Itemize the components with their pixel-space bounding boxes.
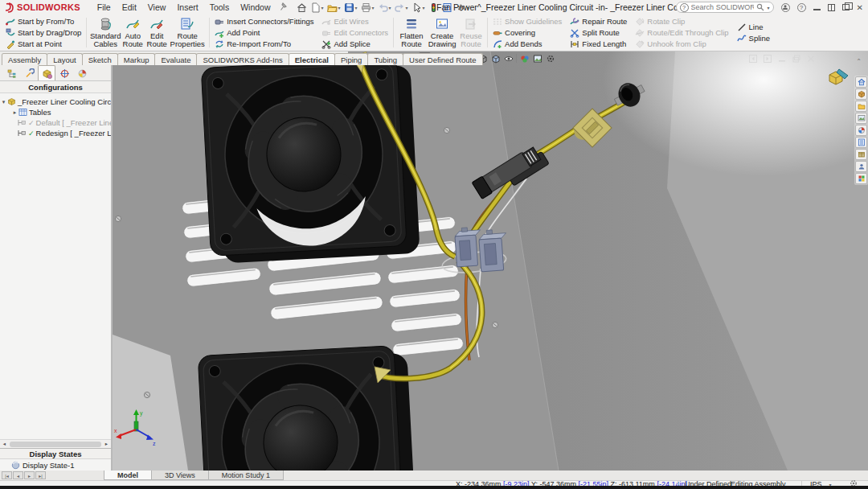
tab-tubing[interactable]: Tubing — [367, 53, 403, 65]
add-splice-button[interactable]: Add Splice — [320, 39, 390, 50]
fan-upper[interactable] — [201, 57, 420, 264]
add-point-button[interactable]: Add Point — [213, 27, 315, 39]
appearances-scenes-tab[interactable] — [855, 125, 867, 136]
model-tab[interactable]: Model — [104, 471, 152, 480]
collapse-arrow-icon[interactable]: ▸ — [11, 109, 18, 116]
expand-arrow-icon[interactable]: ▾ — [0, 99, 7, 105]
add-bends-button[interactable]: Add Bends — [491, 39, 563, 50]
covering-button[interactable]: Covering — [491, 27, 563, 39]
tab-electrical[interactable]: Electrical — [289, 53, 335, 65]
search-caret[interactable]: ▾ — [768, 5, 770, 10]
forum-tab[interactable] — [855, 161, 867, 172]
route-properties-button[interactable]: Route Properties — [169, 15, 206, 51]
displaymanager-tab[interactable] — [73, 65, 91, 80]
display-style-button[interactable] — [489, 52, 502, 64]
repair-route-button[interactable]: Repair Route — [568, 16, 628, 27]
insert-connectors-button[interactable]: Insert Connectors/Fittings — [213, 16, 315, 27]
propertymanager-tab[interactable] — [20, 65, 38, 80]
dropdown-caret[interactable]: ▾ — [372, 5, 375, 10]
spline-button[interactable]: Spline — [735, 33, 772, 44]
edit-appearance-button[interactable] — [518, 52, 530, 64]
edit-assembly-corner-icon[interactable] — [826, 68, 850, 90]
first-tab-button[interactable]: |◂ — [2, 471, 12, 479]
open-button[interactable]: ▾ — [326, 1, 342, 14]
scroll-left-icon[interactable]: ◂ — [0, 440, 9, 449]
auto-route-button[interactable]: Auto Route — [121, 15, 145, 51]
home-button[interactable] — [296, 1, 308, 14]
tab-sketch[interactable]: Sketch — [82, 53, 118, 65]
tab-piping[interactable]: Piping — [334, 53, 368, 65]
prev-tab-button[interactable]: ◂ — [13, 471, 23, 479]
graphics-area[interactable]: x y z — [113, 51, 868, 471]
3d-views-tab[interactable]: 3D Views — [151, 471, 209, 480]
show-guidelines-button[interactable]: Show Guidelines — [491, 16, 563, 27]
menu-window[interactable]: Window — [235, 1, 276, 14]
save-button[interactable]: ▾ — [343, 1, 358, 14]
featuremanager-tab[interactable] — [2, 65, 20, 80]
close-button[interactable]: ✕ — [857, 3, 863, 12]
edit-connectors-button[interactable]: Edit Connectors — [320, 27, 390, 39]
route-edit-through-clip-button[interactable]: Route/Edit Through Clip — [633, 27, 730, 39]
tab-layout[interactable]: Layout — [47, 53, 83, 65]
viewport-layout-button[interactable] — [828, 4, 835, 11]
collapse-ribbon-icon[interactable]: ⌃ — [856, 58, 862, 65]
scroll-right-icon[interactable]: ▸ — [102, 440, 111, 449]
flatten-route-button[interactable]: Flatten Route — [397, 15, 426, 51]
edit-route-button[interactable]: Edit Route — [145, 15, 169, 51]
tree-item-config-default[interactable]: ✓ Default [ _Freezer Liner Coo — [0, 117, 111, 128]
edit-wires-button[interactable]: Edit Wires — [320, 16, 390, 27]
next-tab-button[interactable]: ▸ — [24, 471, 35, 479]
search-input[interactable] — [691, 3, 754, 11]
doc-close-icon[interactable] — [807, 55, 815, 63]
design-library-tab[interactable] — [855, 88, 867, 100]
doc-restore-icon[interactable] — [792, 55, 800, 63]
dropdown-caret[interactable]: ▾ — [389, 5, 391, 10]
menu-insert[interactable]: Insert — [171, 1, 203, 14]
fixed-length-button[interactable]: Fixed Length — [568, 39, 628, 50]
tree-item-config-redesign[interactable]: ✓ Redesign [ _Freezer Liner C — [0, 128, 111, 138]
dropdown-caret[interactable]: ▾ — [406, 5, 408, 10]
redo-button[interactable]: ▾ — [394, 1, 409, 14]
unhook-from-clip-button[interactable]: Unhook from Clip — [633, 39, 730, 50]
configurationmanager-tab[interactable] — [38, 65, 55, 80]
standard-cables-button[interactable]: Standard Cables — [90, 15, 121, 51]
file-explorer-tab[interactable] — [855, 101, 867, 112]
pack-and-go-tab[interactable] — [855, 149, 867, 160]
tree-item-tables[interactable]: ▸ Tables — [0, 107, 111, 117]
display-state-item[interactable]: Display State-1 — [0, 459, 111, 471]
new-document-button[interactable]: ▾ — [309, 1, 325, 14]
menu-edit[interactable]: Edit — [117, 1, 142, 14]
print-button[interactable]: ▾ — [360, 1, 375, 14]
doc-prev-icon[interactable] — [749, 55, 757, 63]
dropdown-caret[interactable]: ▾ — [355, 5, 358, 10]
menu-view[interactable]: View — [142, 1, 172, 14]
select-button[interactable]: ▾ — [411, 1, 426, 14]
pin-icon[interactable] — [280, 2, 288, 13]
reimport-fromto-button[interactable]: Re-Import From/To — [213, 39, 315, 50]
view-palette-tab[interactable] — [855, 113, 867, 124]
tab-user-defined-route[interactable]: User Defined Route — [403, 53, 482, 65]
dropdown-caret[interactable]: ▾ — [321, 5, 324, 10]
dimxpertmanager-tab[interactable] — [55, 65, 73, 80]
undo-button[interactable]: ▾ — [377, 1, 392, 14]
restore-button[interactable] — [842, 4, 850, 10]
account-icon[interactable] — [781, 3, 790, 12]
dropdown-caret[interactable]: ▾ — [423, 5, 425, 10]
doc-next-icon[interactable] — [764, 55, 772, 63]
tab-markup[interactable]: Markup — [117, 53, 156, 65]
doc-minimize-icon[interactable] — [778, 55, 786, 63]
split-route-button[interactable]: Split Route — [568, 27, 628, 39]
rotate-clip-button[interactable]: Rotate Clip — [633, 16, 730, 27]
last-tab-button[interactable]: ▸| — [35, 471, 46, 479]
start-by-fromto-button[interactable]: Start by From/To — [4, 16, 83, 27]
motion-study-tab[interactable]: Motion Study 1 — [208, 471, 284, 480]
hide-show-items-button[interactable] — [502, 52, 514, 64]
create-drawing-button[interactable]: Create Drawing — [426, 15, 458, 51]
menu-tools[interactable]: Tools — [204, 1, 235, 14]
scrollbar-thumb[interactable] — [10, 442, 101, 447]
panel-horizontal-scrollbar[interactable]: ◂ ▸ — [0, 439, 111, 448]
start-at-point-button[interactable]: Start at Point — [4, 39, 83, 50]
start-by-dragdrop-button[interactable]: Start by Drag/Drop — [4, 27, 83, 39]
tab-solidworks-addins[interactable]: SOLIDWORKS Add-Ins — [196, 53, 289, 65]
tree-item-config-root[interactable]: ▾ _Freezer Liner Cooling Circuit Config — [0, 97, 111, 107]
